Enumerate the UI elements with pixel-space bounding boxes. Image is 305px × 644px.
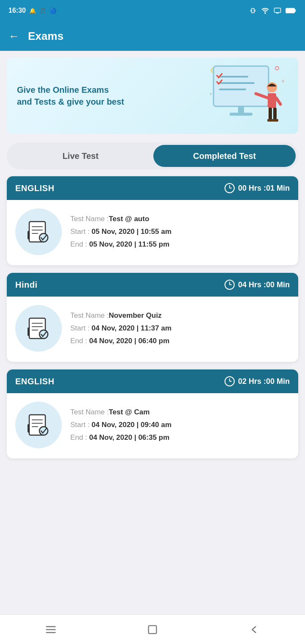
tabs-container: Live Test Completed Test <box>7 142 298 169</box>
end-row-3: End : 04 Nov, 2020 | 06:35 pm <box>70 433 290 442</box>
test-name-row-2: Test Name :November Quiz <box>70 311 290 320</box>
test-name-row-1: Test Name :Test @ auto <box>70 215 290 223</box>
nav-home-button[interactable] <box>144 621 161 638</box>
svg-text:+: + <box>209 91 212 97</box>
card-icon-wrap-1 <box>15 208 62 255</box>
status-time: 16:30 <box>8 7 26 14</box>
status-icon-2: 🎵 <box>39 8 46 14</box>
card-duration-3: 02 Hrs :00 Min <box>225 376 290 386</box>
hamburger-icon <box>45 624 57 636</box>
nav-menu-button[interactable] <box>42 621 59 638</box>
status-right <box>249 7 297 14</box>
start-row-3: Start : 04 Nov, 2020 | 09:40 am <box>70 421 290 429</box>
monitor-svg: + + <box>205 62 290 130</box>
card-icon-wrap-2 <box>15 305 62 352</box>
card-subject-2: Hindi <box>15 280 38 290</box>
square-icon <box>147 624 158 636</box>
card-info-2: Test Name :November Quiz Start : 04 Nov,… <box>70 311 290 345</box>
card-duration-1: 00 Hrs :01 Min <box>225 183 290 193</box>
card-subject-1: ENGLISH <box>15 183 54 193</box>
svg-rect-21 <box>267 119 273 122</box>
card-info-3: Test Name :Test @ Cam Start : 04 Nov, 20… <box>70 408 290 442</box>
svg-rect-3 <box>286 8 294 13</box>
start-row-2: Start : 04 Nov, 2020 | 11:37 am <box>70 324 290 333</box>
svg-rect-22 <box>272 119 278 122</box>
test-icon-2 <box>25 315 53 342</box>
end-row-2: End : 04 Nov, 2020 | 06:40 pm <box>70 337 290 345</box>
svg-line-18 <box>276 98 280 104</box>
exam-card-1[interactable]: ENGLISH 00 Hrs :01 Min T <box>7 176 298 265</box>
end-row-1: End : 05 Nov, 2020 | 11:55 pm <box>70 240 290 249</box>
card-header-2: Hindi 04 Hrs :00 Min <box>7 273 298 297</box>
status-left: 16:30 🔔 🎵 🔵 <box>8 7 56 14</box>
back-triangle-icon <box>248 624 260 636</box>
card-header-1: ENGLISH 00 Hrs :01 Min <box>7 176 298 200</box>
svg-rect-28 <box>28 231 30 239</box>
svg-rect-19 <box>269 108 272 120</box>
card-body-2: Test Name :November Quiz Start : 04 Nov,… <box>7 297 298 362</box>
back-button[interactable]: ← <box>8 30 19 43</box>
svg-rect-40 <box>28 424 30 433</box>
svg-rect-9 <box>214 66 269 106</box>
status-bar: 16:30 🔔 🎵 🔵 <box>0 0 305 21</box>
card-header-3: ENGLISH 02 Hrs :00 Min <box>7 369 298 393</box>
test-icon-1 <box>25 218 53 246</box>
svg-point-6 <box>275 67 279 70</box>
svg-rect-13 <box>238 106 244 113</box>
status-icon-1: 🔔 <box>29 8 36 14</box>
test-name-row-3: Test Name :Test @ Cam <box>70 408 290 416</box>
bottom-navigation <box>0 614 305 644</box>
card-body-3: Test Name :Test @ Cam Start : 04 Nov, 20… <box>7 393 298 458</box>
clock-icon-1 <box>225 183 235 193</box>
wifi-icon <box>261 7 269 14</box>
exam-card-2[interactable]: Hindi 04 Hrs :00 Min Tes <box>7 273 298 362</box>
svg-rect-2 <box>274 8 281 13</box>
clock-icon-2 <box>225 280 235 290</box>
screen-icon <box>274 7 281 14</box>
svg-rect-20 <box>273 108 277 120</box>
start-row-1: Start : 05 Nov, 2020 | 10:55 am <box>70 228 290 236</box>
card-info-1: Test Name :Test @ auto Start : 05 Nov, 2… <box>70 215 290 249</box>
promo-banner: Give the Online Examsand Tests & give yo… <box>7 58 298 134</box>
exam-card-3[interactable]: ENGLISH 02 Hrs :00 Min T <box>7 369 298 458</box>
tab-live-test[interactable]: Live Test <box>9 145 152 167</box>
card-duration-2: 04 Hrs :00 Min <box>225 280 290 290</box>
test-icon-3 <box>25 411 53 439</box>
svg-point-1 <box>265 13 266 14</box>
svg-rect-16 <box>268 93 276 108</box>
card-body-1: Test Name :Test @ auto Start : 05 Nov, 2… <box>7 200 298 265</box>
svg-rect-34 <box>28 328 30 336</box>
tab-completed-test[interactable]: Completed Test <box>153 145 296 167</box>
svg-rect-14 <box>230 113 252 116</box>
svg-text:+: + <box>281 78 285 84</box>
banner-illustration: + + <box>205 62 290 130</box>
cards-container: ENGLISH 00 Hrs :01 Min T <box>0 169 305 465</box>
banner-text: Give the Online Examsand Tests & give yo… <box>17 84 124 108</box>
svg-rect-0 <box>252 8 254 13</box>
app-header: ← Exams <box>0 21 305 51</box>
battery-icon <box>286 7 297 14</box>
svg-rect-44 <box>149 625 157 633</box>
page-title: Exams <box>28 30 64 43</box>
status-icon-3: 🔵 <box>50 8 56 14</box>
card-icon-wrap-3 <box>15 402 62 448</box>
nav-back-button[interactable] <box>246 621 263 638</box>
card-subject-3: ENGLISH <box>15 377 54 386</box>
vibrate-icon <box>249 7 257 14</box>
svg-rect-4 <box>294 9 296 12</box>
clock-icon-3 <box>225 376 235 386</box>
